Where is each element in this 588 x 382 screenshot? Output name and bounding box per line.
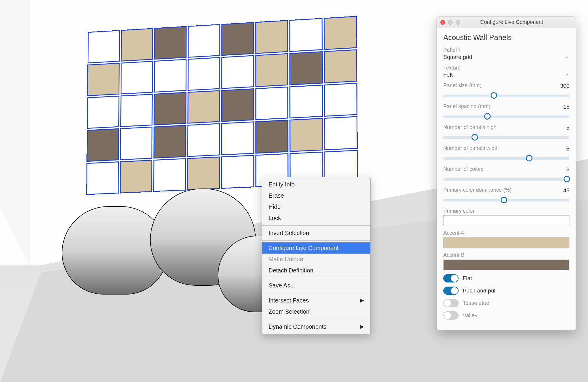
panel-tile — [255, 20, 288, 54]
menu-item-label: Erase — [269, 192, 284, 199]
panel-tile — [289, 18, 322, 52]
panel-tile — [87, 63, 119, 96]
toggle-knob — [451, 287, 458, 294]
num-colors-value: 3 — [566, 166, 569, 173]
menu-item[interactable]: Zoom Selection — [262, 306, 370, 317]
panel-tile — [255, 86, 288, 120]
menu-item-label: Zoom Selection — [269, 308, 309, 315]
panel-tile — [324, 116, 357, 151]
menu-item[interactable]: Dynamic Components▶ — [262, 321, 370, 332]
toggle-row: Tesselated — [443, 299, 569, 307]
context-menu: Entity InfoEraseHideLockInvert Selection… — [262, 177, 371, 334]
accent-b-swatch[interactable] — [443, 259, 569, 270]
panel-tile — [154, 59, 186, 92]
menu-item[interactable]: Intersect Faces▶ — [262, 295, 370, 306]
chevron-down-icon — [564, 54, 569, 60]
slider-thumb[interactable] — [564, 176, 570, 182]
panel-size-slider[interactable] — [443, 92, 569, 99]
separator — [262, 319, 370, 319]
pattern-label: Pattern — [443, 47, 569, 53]
panel-tile — [255, 53, 288, 87]
panel-tile — [187, 90, 220, 124]
menu-item-label: Detach Definition — [269, 267, 313, 274]
toggle-knob — [444, 312, 451, 319]
toggle-label: Flat — [463, 275, 472, 282]
menu-item: Make Unique — [262, 254, 370, 265]
panel-tile — [255, 120, 289, 154]
component-title: Acoustic Wall Panels — [443, 33, 569, 42]
menu-item[interactable]: Entity Info — [262, 179, 370, 190]
panel-tile — [324, 16, 357, 50]
toggle-tesselated[interactable] — [443, 299, 459, 307]
primary-color-swatch[interactable] — [443, 215, 569, 226]
close-icon[interactable] — [440, 20, 445, 25]
panel-tile — [120, 127, 153, 160]
menu-item-label: Hide — [269, 204, 281, 210]
slider-thumb[interactable] — [491, 92, 497, 99]
panel-tile — [187, 123, 220, 157]
panels-high-slider[interactable] — [443, 133, 569, 141]
slider-thumb[interactable] — [484, 113, 491, 120]
menu-item[interactable]: Hide — [262, 201, 370, 212]
pattern-select[interactable]: Square grid — [443, 54, 569, 61]
accent-a-swatch[interactable] — [443, 237, 569, 248]
slider-thumb[interactable] — [472, 134, 478, 140]
panel-tile — [87, 95, 119, 129]
slider-thumb[interactable] — [501, 197, 507, 203]
dominance-field: Primary color dominance (%)45 — [443, 187, 569, 204]
toggle-row: Push and pull — [443, 287, 569, 295]
panel-tile — [324, 49, 357, 83]
panel-size-label: Panel size (mm) — [443, 82, 482, 89]
menu-item[interactable]: Lock — [262, 212, 370, 224]
panel-tile — [187, 57, 220, 90]
toggle-valley[interactable] — [443, 311, 459, 320]
pattern-value: Square grid — [443, 54, 472, 60]
panel-tile — [187, 157, 220, 191]
panel-spacing-slider[interactable] — [443, 113, 569, 120]
dominance-label: Primary color dominance (%) — [443, 187, 512, 193]
separator — [262, 240, 370, 241]
panel-tile — [121, 28, 153, 61]
panel-tile — [88, 30, 120, 63]
panels-wide-slider[interactable] — [443, 154, 569, 162]
texture-field: Texture Felt — [443, 65, 569, 78]
menu-item-label: Entity Info — [269, 181, 295, 188]
menu-item[interactable]: Configure Live Component — [262, 242, 370, 254]
accent-b-field: Accent B — [443, 252, 569, 270]
panel-tile — [120, 94, 152, 127]
menu-item[interactable]: Save As... — [262, 280, 370, 291]
panel-tile — [221, 155, 254, 189]
acoustic-panel-grid[interactable] — [86, 16, 358, 195]
panel-tile — [289, 85, 323, 118]
panel-tile — [221, 88, 254, 122]
titlebar[interactable]: Configure Live Component — [437, 17, 576, 28]
sofa-group — [53, 188, 282, 306]
texture-select[interactable]: Felt — [443, 72, 569, 78]
arrow-right-icon: ▶ — [360, 297, 364, 304]
num-colors-slider[interactable] — [443, 175, 569, 183]
panels-wide-field: Number of panels wide8 — [443, 145, 569, 162]
panel-spacing-value: 15 — [563, 104, 569, 110]
config-body: Acoustic Wall Panels Pattern Square grid… — [437, 28, 576, 330]
menu-item-label: Configure Live Component — [269, 245, 339, 251]
toggle-knob — [451, 275, 458, 282]
menu-item[interactable]: Detach Definition — [262, 265, 370, 276]
panel-tile — [154, 125, 186, 158]
menu-item-label: Intersect Faces — [269, 296, 309, 305]
panels-wide-label: Number of panels wide — [443, 145, 497, 151]
menu-item[interactable]: Invert Selection — [262, 227, 370, 239]
panel-spacing-field: Panel spacing (mm)15 — [443, 103, 569, 120]
toggle-row: Valley — [443, 311, 569, 320]
toggle-flat[interactable] — [443, 274, 459, 282]
menu-item[interactable]: Erase — [262, 190, 370, 201]
menu-item-label: Dynamic Components — [269, 322, 327, 331]
separator — [262, 293, 370, 293]
separator — [262, 225, 370, 226]
panel-size-value: 300 — [560, 83, 569, 89]
toggle-label: Tesselated — [463, 300, 489, 306]
slider-thumb[interactable] — [526, 155, 532, 161]
toggle-push-and-pull[interactable] — [443, 287, 459, 295]
texture-value: Felt — [443, 72, 453, 78]
menu-item-label: Invert Selection — [269, 230, 309, 236]
dominance-slider[interactable] — [443, 196, 569, 204]
